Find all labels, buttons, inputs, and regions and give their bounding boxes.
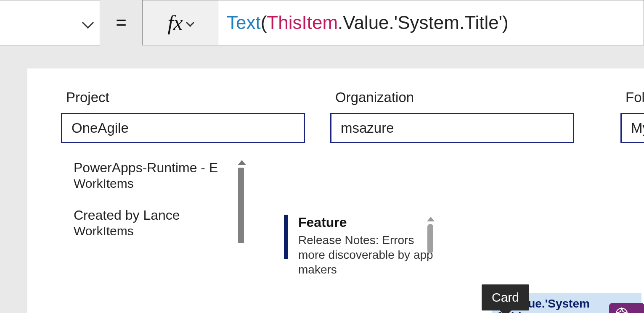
list-item-subtitle: WorkItems: [74, 224, 242, 238]
formula-token: ): [502, 12, 509, 33]
field-organization: Organization msazure: [330, 89, 574, 143]
scroll-thumb[interactable]: [427, 224, 433, 253]
formula-token-string: 'System.Title': [394, 12, 502, 33]
field-label: Project: [66, 89, 305, 105]
formula-token: .: [338, 12, 343, 33]
formula-input[interactable]: Text ( ThisItem . Value . 'System.Title'…: [218, 0, 644, 45]
copilot-button[interactable]: [609, 303, 644, 313]
folder-input[interactable]: My: [620, 113, 644, 143]
field-project: Project OneAgile: [61, 89, 305, 143]
list-item-title: Created by Lance: [74, 208, 242, 223]
list-item[interactable]: PowerApps-Runtime - E WorkItems: [74, 160, 242, 191]
formula-token: .: [389, 12, 394, 33]
field-label: Organization: [335, 89, 574, 105]
workitems-gallery[interactable]: Feature Release Notes: Errors more disco…: [284, 160, 441, 277]
copilot-icon: [615, 307, 628, 313]
workitem-type-bar: [284, 215, 288, 259]
scrollbar[interactable]: [427, 217, 434, 253]
queries-gallery[interactable]: PowerApps-Runtime - E WorkItems Created …: [74, 160, 242, 277]
lists-area: PowerApps-Runtime - E WorkItems Created …: [61, 160, 617, 277]
chevron-down-icon: [186, 18, 194, 27]
formula-token-thisitem: ThisItem: [267, 12, 338, 33]
field-label: Fold: [625, 89, 644, 105]
scrollbar[interactable]: [238, 160, 244, 263]
list-item-title: PowerApps-Runtime - E: [74, 160, 242, 176]
formula-token: Value: [343, 12, 389, 33]
formula-token-function: Text: [227, 12, 261, 33]
formula-bar: = fx Text ( ThisItem . Value . 'System.T…: [0, 0, 644, 45]
fx-button[interactable]: fx: [142, 0, 218, 45]
field-folder: Fold My: [620, 89, 644, 143]
scroll-up-icon: [238, 160, 246, 165]
organization-input[interactable]: msazure: [330, 113, 574, 143]
formula-token: (: [261, 12, 267, 33]
list-item-subtitle: WorkItems: [74, 176, 242, 191]
scroll-thumb[interactable]: [238, 168, 244, 243]
workitem-type: Feature: [298, 215, 441, 230]
equals-label: =: [100, 0, 142, 45]
list-item[interactable]: Created by Lance WorkItems: [74, 208, 242, 238]
fields-row: Project OneAgile Organization msazure Fo…: [61, 89, 617, 143]
chevron-down-icon: [82, 17, 94, 29]
fx-icon: fx: [167, 11, 183, 35]
canvas-wrap: Project OneAgile Organization msazure Fo…: [0, 45, 644, 313]
selection-tooltip: Card: [482, 284, 529, 310]
app-canvas[interactable]: Project OneAgile Organization msazure Fo…: [27, 68, 644, 313]
scroll-up-icon: [427, 217, 435, 221]
project-input[interactable]: OneAgile: [61, 113, 305, 143]
property-dropdown[interactable]: [0, 0, 100, 45]
workitem-title: Release Notes: Errors more discoverable …: [298, 233, 441, 277]
chevron-down-icon: [631, 310, 640, 313]
